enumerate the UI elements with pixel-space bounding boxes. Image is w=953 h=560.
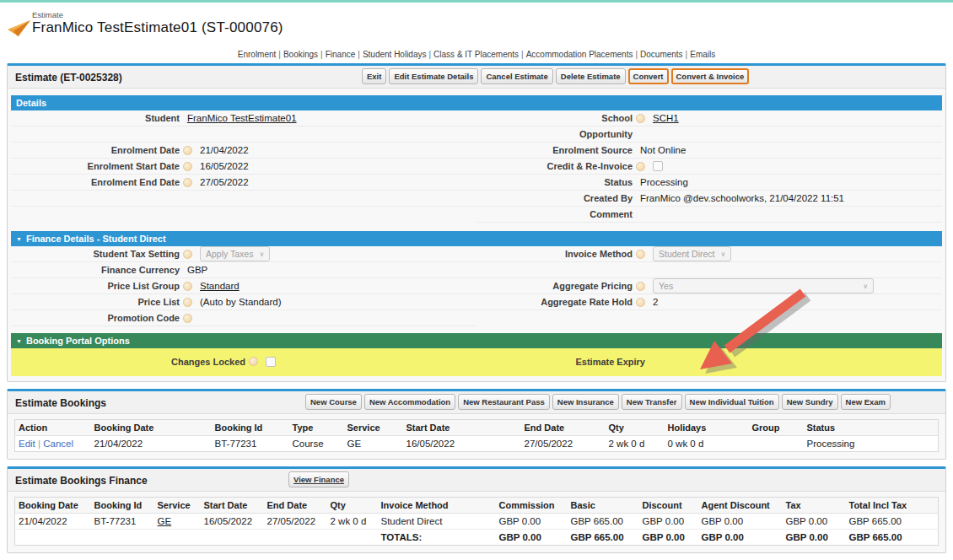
column-header-end-date: End Date — [521, 420, 606, 436]
ge-link[interactable]: GE — [158, 516, 172, 526]
price-list-group-value: Standard — [200, 281, 240, 291]
cell: GBP 665.00 — [568, 514, 639, 530]
changes-locked-checkbox[interactable] — [266, 357, 276, 367]
nav-link-enrolment[interactable]: Enrolment — [238, 50, 277, 59]
field-label: Promotion Code — [11, 313, 180, 323]
estimate-bookings-title: Estimate Bookings — [15, 397, 106, 409]
cell — [91, 530, 154, 546]
cancel-estimate-button[interactable]: Cancel Estimate — [481, 68, 552, 84]
edit-estimate-details-button[interactable]: Edit Estimate Details — [389, 68, 478, 84]
finance-details-section-header[interactable]: ▼ Finance Details - Student Direct — [11, 231, 942, 246]
field-row-credit-re-invoice: Credit & Re-Invoice — [476, 159, 942, 175]
separator: | — [521, 50, 524, 59]
new-course-button[interactable]: New Course — [305, 394, 362, 410]
column-header-end-date: End Date — [264, 498, 327, 514]
aggregate-rate-hold-value: 2 — [653, 297, 658, 307]
booking-portal-right-column: Estimate Expiry — [476, 353, 942, 369]
invoice-method-value: Student Direct∨ — [653, 246, 731, 261]
column-header-qty: Qty — [606, 420, 665, 436]
field-row-changes-locked: Changes Locked — [11, 353, 476, 369]
column-header-discount: Discount — [639, 498, 698, 514]
details-field-grid: StudentFranMico TestEstimate01Enrolment … — [11, 110, 942, 223]
empty-field-row — [11, 127, 476, 143]
column-header-start-date: Start Date — [403, 420, 521, 436]
estimate-panel-title: Estimate (ET-0025328) — [15, 72, 122, 83]
booking-portal-left-column: Changes Locked — [11, 353, 476, 369]
cancel-link[interactable]: Cancel — [43, 439, 73, 449]
column-header-booking-date: Booking Date — [91, 420, 212, 436]
field-row-created-by: Created ByFranMico @dev.schoolworks, 21/… — [476, 191, 942, 207]
field-label: Changes Locked — [11, 357, 245, 367]
student-link[interactable]: FranMico TestEstimate01 — [187, 113, 297, 123]
cell: BT-77231 — [91, 514, 154, 530]
credit-re-invoice-checkbox[interactable] — [653, 161, 663, 171]
details-left-column: StudentFranMico TestEstimate01Enrolment … — [11, 110, 476, 223]
field-label: Aggregate Pricing — [476, 281, 633, 291]
nav-link-class-it-placements[interactable]: Class & IT Placements — [433, 50, 519, 59]
field-row-invoice-method: Invoice MethodStudent Direct∨ — [476, 246, 942, 262]
new-restaurant-pass-button[interactable]: New Restaurant Pass — [458, 394, 550, 410]
school-link[interactable]: SCH1 — [653, 113, 679, 123]
new-insurance-button[interactable]: New Insurance — [552, 394, 619, 410]
new-exam-button[interactable]: New Exam — [841, 394, 891, 410]
cell: GBP 0.00 — [783, 514, 846, 530]
finance-currency-value: GBP — [187, 265, 207, 275]
help-icon — [183, 178, 192, 187]
column-header-service: Service — [344, 420, 403, 436]
enrolment-end-date-value: 27/05/2022 — [200, 177, 249, 187]
invoice-method-select[interactable]: Student Direct∨ — [653, 246, 731, 261]
bookings-finance-panel: Estimate Bookings Finance View Finance B… — [7, 466, 946, 553]
nav-link-emails[interactable]: Emails — [690, 50, 715, 59]
exit-button[interactable]: Exit — [362, 68, 386, 84]
estimate-bookings-titlebar: Estimate Bookings New CourseNew Accommod… — [8, 391, 945, 414]
field-label: Status — [476, 177, 633, 187]
delete-estimate-button[interactable]: Delete Estimate — [556, 68, 626, 84]
column-header-action: Action — [15, 420, 91, 436]
new-transfer-button[interactable]: New Transfer — [622, 394, 682, 410]
estimate-panel-titlebar: Estimate (ET-0025328) ExitEdit Estimate … — [8, 66, 945, 89]
nav-link-finance[interactable]: Finance — [326, 50, 356, 59]
cell: 21/04/2022 — [91, 436, 212, 452]
finance-details-field-grid: Student Tax SettingApply Taxes∨Finance C… — [11, 246, 942, 326]
cell: GBP 0.00 — [496, 514, 568, 530]
booking-portal-section-header[interactable]: ▼ Booking Portal Options — [11, 333, 942, 348]
convert-button[interactable]: Convert — [628, 68, 669, 84]
details-right-column: SchoolSCH1OpportunityEnrolment SourceNot… — [476, 110, 942, 223]
changes-locked-value — [266, 357, 276, 367]
field-row-student-tax-setting: Student Tax SettingApply Taxes∨ — [11, 246, 476, 262]
finance-left-column: Student Tax SettingApply Taxes∨Finance C… — [11, 246, 476, 326]
convert-invoice-button[interactable]: Convert & Invoice — [671, 68, 750, 84]
cell: Student Direct — [378, 514, 496, 530]
cell: GBP 665.00 — [568, 530, 639, 546]
nav-link-student-holidays[interactable]: Student Holidays — [363, 50, 427, 59]
cell — [264, 530, 327, 546]
field-row-enrolment-start-date: Enrolment Start Date16/05/2022 — [11, 159, 476, 175]
new-accommodation-button[interactable]: New Accommodation — [364, 394, 455, 410]
new-individual-tuition-button[interactable]: New Individual Tuition — [685, 394, 779, 410]
separator: | — [278, 50, 281, 59]
field-label: School — [476, 113, 633, 123]
edit-link[interactable]: Edit — [19, 439, 35, 449]
separator: | — [429, 50, 432, 59]
bookings-finance-table: Booking DateBooking IdServiceStart DateE… — [14, 497, 939, 546]
field-row-estimate-expiry: Estimate Expiry — [476, 353, 942, 369]
chevron-down-icon: ∨ — [259, 250, 264, 258]
field-row-enrolment-date: Enrolment Date21/04/2022 — [11, 143, 476, 159]
view-finance-button[interactable]: View Finance — [288, 471, 349, 487]
record-type-label: Estimate — [32, 10, 63, 19]
nav-link-bookings[interactable]: Bookings — [283, 50, 318, 59]
field-row-aggregate-rate-hold: Aggregate Rate Hold2 — [476, 294, 942, 310]
column-header-type: Type — [289, 420, 344, 436]
price-list-group-link[interactable]: Standard — [200, 281, 240, 291]
student-tax-setting-value: Apply Taxes∨ — [200, 246, 270, 261]
field-label: Student — [11, 113, 180, 123]
field-row-status: StatusProcessing — [476, 175, 942, 191]
new-sundry-button[interactable]: New Sundry — [782, 394, 838, 410]
student-tax-setting-select[interactable]: Apply Taxes∨ — [200, 246, 270, 261]
field-label: Opportunity — [476, 129, 633, 139]
help-icon — [636, 298, 645, 307]
nav-link-accommodation-placements[interactable]: Accommodation Placements — [526, 50, 633, 59]
nav-link-documents[interactable]: Documents — [640, 50, 683, 59]
student-value: FranMico TestEstimate01 — [187, 113, 297, 123]
aggregate-pricing-select[interactable]: Yes∨ — [653, 278, 874, 293]
